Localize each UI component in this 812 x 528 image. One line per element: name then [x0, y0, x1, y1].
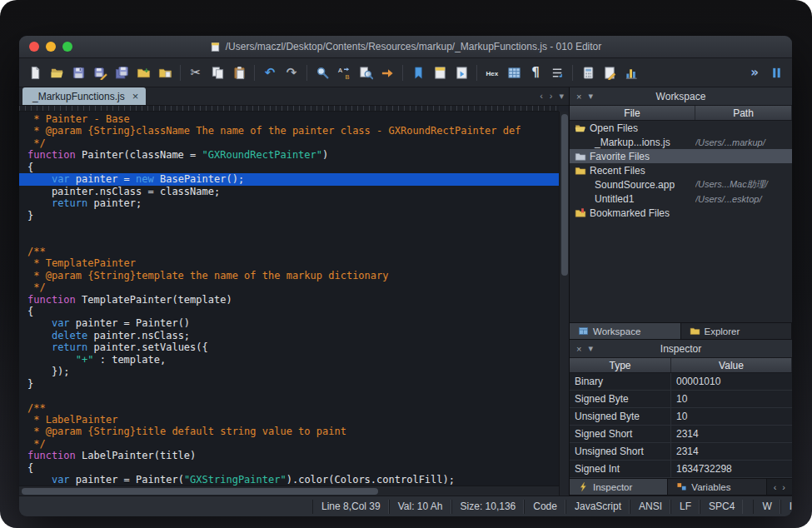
status-val[interactable]: Val: 10 Ah	[389, 500, 451, 514]
status-line[interactable]: Line 8,Col 39	[312, 500, 389, 514]
save-all-button[interactable]	[112, 62, 132, 82]
panel-nav-prev-icon[interactable]: ‹	[774, 482, 777, 492]
folder-file-button[interactable]	[155, 62, 175, 82]
status-w[interactable]: W	[753, 500, 780, 514]
status-spc4[interactable]: SPC4	[700, 500, 743, 514]
find-button[interactable]	[312, 62, 332, 82]
cut-button[interactable]: ✂	[186, 62, 206, 82]
save-as-button[interactable]	[90, 62, 110, 82]
open-folder-button[interactable]	[47, 62, 67, 82]
code-editor[interactable]: * Painter - Base * @param {String}classN…	[19, 112, 559, 486]
panel-nav-next-icon[interactable]: ›	[782, 482, 785, 492]
bookmark-button[interactable]	[408, 62, 428, 82]
code-line: function Painter(className = "GXRoundRec…	[27, 149, 559, 161]
tab-workspace[interactable]: Workspace	[570, 323, 681, 339]
calculator-button[interactable]	[578, 62, 598, 82]
code-line	[27, 233, 559, 245]
workspace-item[interactable]: Open Files	[570, 121, 792, 135]
workspace-item[interactable]: SoundSource.app/Users...Mac助理/	[570, 177, 792, 192]
line-endings-button[interactable]	[547, 62, 567, 82]
zoom-window-button[interactable]	[62, 42, 72, 52]
inspector-close-icon[interactable]: ×	[576, 344, 581, 354]
hex-mode-button[interactable]: Hex	[482, 62, 502, 82]
table-view-button[interactable]	[504, 62, 524, 82]
workspace-close-icon[interactable]: ×	[576, 92, 581, 102]
vertical-scrollbar-thumb[interactable]	[561, 114, 568, 276]
minimize-window-button[interactable]	[46, 42, 56, 52]
workspace-item[interactable]: _Markup...ions.js/Users/...markup/	[570, 135, 792, 149]
new-folder-button[interactable]	[133, 62, 153, 82]
edit-script-button[interactable]	[600, 62, 620, 82]
histogram-button[interactable]	[621, 62, 641, 82]
copy-button[interactable]	[207, 62, 227, 82]
item-label: Favorite Files	[590, 151, 650, 162]
inspector-row[interactable]: Signed Int1634732298	[570, 461, 792, 478]
tab-markupfunctions[interactable]: _MarkupFunctions.js ×	[22, 87, 146, 105]
workspace-item[interactable]: Recent Files	[570, 163, 792, 177]
undo-button[interactable]: ↶	[260, 62, 280, 82]
workspace-item[interactable]: Bookmarked Files	[570, 206, 792, 220]
status-lf[interactable]: LF	[670, 500, 700, 514]
item-label-cell: Untitled1	[570, 193, 695, 205]
inspector-row[interactable]: Binary00001010	[570, 373, 792, 391]
desktop: /Users/maczl/Desktop/Contents/Resources/…	[0, 0, 812, 528]
tab-inspector[interactable]: Inspector	[570, 479, 668, 495]
inspector-value: 10	[671, 408, 792, 425]
code-line: */	[27, 281, 559, 293]
tab-label: _MarkupFunctions.js	[32, 91, 125, 102]
status-ansi[interactable]: ANSI	[630, 500, 670, 514]
status-ins[interactable]: INS	[780, 500, 792, 514]
tab-nav-next-icon[interactable]: ›	[550, 91, 553, 102]
svg-text:B: B	[345, 72, 349, 79]
inspector-type: Unsigned Byte	[570, 408, 671, 425]
column-header-type[interactable]: Type	[570, 358, 671, 372]
replace-button[interactable]: AB	[334, 62, 354, 82]
code-line: return painter.setValues({	[27, 341, 559, 353]
close-window-button[interactable]	[29, 42, 39, 52]
inspector-table: Binary00001010Signed Byte10Unsigned Byte…	[570, 373, 792, 478]
overflow-chevrons-button[interactable]: »	[745, 62, 765, 82]
inspector-row[interactable]: Unsigned Short2314	[570, 443, 792, 461]
status-size[interactable]: Size: 10,136	[451, 500, 525, 514]
pilcrow-button[interactable]: ¶	[526, 62, 545, 82]
workspace-item[interactable]: Untitled1/Users/...esktop/	[570, 192, 792, 206]
workspace-tree: Open Files_Markup...ions.js/Users/...mar…	[570, 121, 792, 322]
toolbar-separator	[572, 65, 573, 81]
inspector-row[interactable]: Signed Byte10	[570, 391, 792, 408]
inspector-type: Signed Short	[570, 426, 671, 442]
new-file-button[interactable]	[25, 62, 45, 82]
paste-button[interactable]	[229, 62, 249, 82]
run-template-button[interactable]	[451, 62, 471, 82]
save-button[interactable]	[68, 62, 88, 82]
code-line: var painter = Painter("GXStringPainter")…	[27, 474, 559, 486]
workspace-menu-icon[interactable]: ▾	[588, 91, 593, 102]
tab-variables[interactable]: Variables	[668, 479, 766, 495]
open-folder-icon	[50, 66, 64, 80]
horizontal-scrollbar[interactable]	[19, 486, 559, 496]
pause-button[interactable]	[766, 62, 786, 82]
template-results-button[interactable]	[430, 62, 450, 82]
inspector-row[interactable]: Unsigned Byte10	[570, 408, 792, 426]
tab-nav-menu-icon[interactable]: ▾	[559, 91, 564, 102]
titlebar[interactable]: /Users/maczl/Desktop/Contents/Resources/…	[19, 36, 792, 58]
item-label: Untitled1	[595, 193, 634, 205]
column-header-file[interactable]: File	[570, 106, 695, 120]
tab-close-icon[interactable]: ×	[132, 91, 139, 102]
column-header-path[interactable]: Path	[695, 106, 792, 120]
redo-button[interactable]: ↷	[281, 62, 301, 82]
status-code[interactable]: Code	[524, 500, 565, 514]
tab-nav-prev-icon[interactable]: ‹	[540, 91, 543, 102]
inspector-menu-icon[interactable]: ▾	[588, 343, 593, 354]
find-in-files-button[interactable]	[356, 62, 376, 82]
code-line: /**	[27, 402, 559, 414]
column-header-value[interactable]: Value	[671, 358, 792, 372]
code-line: }	[27, 378, 559, 390]
tab-explorer[interactable]: Explorer	[681, 323, 793, 339]
goto-address-button[interactable]	[377, 62, 397, 82]
inspector-row[interactable]: Signed Short2314	[570, 426, 792, 443]
vertical-scrollbar[interactable]	[559, 112, 569, 496]
horizontal-scrollbar-thumb[interactable]	[22, 488, 378, 495]
workspace-item[interactable]: Favorite Files	[570, 149, 792, 163]
inspector-value: 10	[671, 391, 792, 407]
status-javascript[interactable]: JavaScript	[565, 500, 630, 514]
